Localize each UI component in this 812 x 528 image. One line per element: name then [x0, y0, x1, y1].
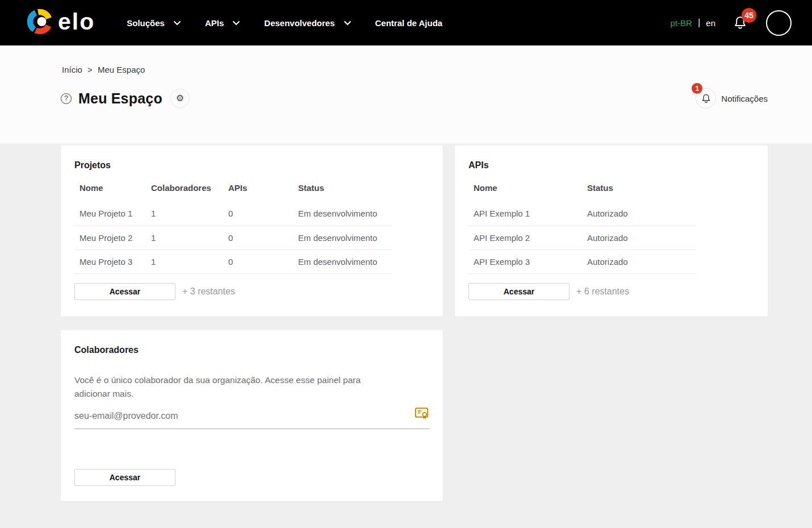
cell-api-name: API Exemplo 1 [468, 202, 582, 226]
cell-status: Em desenvolvimento [293, 226, 392, 250]
certificate-icon [415, 406, 429, 423]
nav-item-label: Central de Ajuda [375, 18, 443, 28]
cell-status: Em desenvolvimento [293, 250, 392, 273]
apis-remaining-count: + 6 restantes [576, 286, 629, 297]
help-glyph: ? [64, 95, 68, 102]
access-collaborators-button[interactable]: Acessar [74, 469, 175, 486]
cell-collaborators-count: 1 [146, 250, 223, 273]
cell-api-name: API Exemplo 3 [468, 250, 582, 273]
collaborators-card: Colaboradores Você é o único colaborador… [61, 330, 443, 501]
access-apis-button[interactable]: Acessar [468, 283, 570, 300]
page-header-band: Início > Meu Espaço ? Meu Espaço ⚙ 1 [0, 45, 812, 143]
cell-project-name: Meu Projeto 1 [74, 202, 146, 226]
projects-table-header-row: Nome Colaboradores APIs Status [74, 183, 392, 202]
notifications-button[interactable]: 1 Notificações [696, 88, 768, 109]
language-divider: | [698, 17, 700, 28]
cell-api-name: API Exemplo 2 [468, 226, 582, 250]
column-header-status: Status [582, 183, 696, 202]
table-row: Meu Projeto 1 1 0 Em desenvolvimento [74, 202, 392, 226]
projects-table: Nome Colaboradores APIs Status Meu Proje… [74, 183, 392, 274]
collaborators-card-footer: Acessar [74, 469, 429, 486]
notifications-bell-circle: 1 [696, 88, 716, 109]
chevron-down-icon [173, 20, 181, 26]
table-row: API Exemplo 3 Autorizado [468, 250, 696, 273]
cell-project-name: Meu Projeto 2 [74, 226, 146, 250]
apis-card-footer: Acessar + 6 restantes [468, 283, 754, 300]
bell-icon [701, 93, 711, 105]
apis-card: APIs Nome Status API Exemplo 1 Autorizad… [455, 145, 768, 317]
access-projects-button[interactable]: Acessar [74, 283, 175, 300]
cell-collaborators-count: 1 [146, 226, 223, 250]
language-pt-br[interactable]: pt-BR [671, 18, 692, 28]
cell-status: Autorizado [582, 226, 696, 250]
nav-item-apis[interactable]: APIs [205, 18, 240, 28]
navbar-notifications-button[interactable]: 45 [733, 14, 748, 31]
navbar-notification-count-badge: 45 [742, 8, 756, 23]
elo-logo[interactable]: elo [23, 6, 95, 40]
top-navbar: elo Soluções APIs Desenvolvedores Centra… [0, 0, 812, 45]
nav-item-label: Desenvolvedores [264, 18, 334, 28]
chevron-down-icon [344, 20, 351, 26]
navbar-right-group: pt-BR | en 45 [671, 10, 792, 36]
collaborators-description: Você é o único colaborador da sua organi… [74, 373, 394, 401]
column-header-status: Status [293, 183, 392, 202]
cell-collaborators-count: 1 [146, 202, 223, 226]
nav-item-central-de-ajuda[interactable]: Central de Ajuda [375, 18, 443, 28]
help-icon[interactable]: ? [61, 93, 72, 104]
table-row: API Exemplo 1 Autorizado [468, 202, 696, 226]
breadcrumb-inicio[interactable]: Início [62, 65, 82, 74]
cell-apis-count: 0 [223, 250, 293, 273]
settings-gear-button[interactable]: ⚙ [170, 89, 190, 108]
page-body: Projetos Nome Colaboradores APIs Status … [0, 143, 812, 501]
projects-card: Projetos Nome Colaboradores APIs Status … [61, 145, 443, 317]
nav-item-label: Soluções [127, 18, 165, 28]
projects-remaining-count: + 3 restantes [182, 286, 235, 297]
chevron-down-icon [232, 20, 240, 26]
table-row: Meu Projeto 3 1 0 Em desenvolvimento [74, 250, 392, 273]
main-nav: Soluções APIs Desenvolvedores Central de… [127, 18, 442, 28]
notifications-label: Notificações [721, 94, 768, 103]
cell-status: Autorizado [582, 202, 696, 226]
table-row: Meu Projeto 2 1 0 Em desenvolvimento [74, 226, 392, 250]
projects-card-footer: Acessar + 3 restantes [74, 283, 429, 300]
email-input[interactable] [74, 408, 404, 421]
title-row: ? Meu Espaço ⚙ 1 Notificações [61, 88, 768, 109]
apis-card-title: APIs [468, 160, 754, 171]
nav-item-solucoes[interactable]: Soluções [127, 18, 181, 28]
projects-card-title: Projetos [74, 160, 429, 171]
cell-apis-count: 0 [223, 226, 293, 250]
column-header-nome: Nome [74, 183, 146, 202]
page-title: Meu Espaço [78, 90, 162, 107]
language-en[interactable]: en [706, 18, 715, 28]
nav-item-desenvolvedores[interactable]: Desenvolvedores [264, 18, 351, 28]
apis-table-header-row: Nome Status [468, 183, 696, 202]
cell-status: Autorizado [582, 250, 696, 273]
column-header-nome: Nome [468, 183, 582, 202]
cell-apis-count: 0 [223, 202, 293, 226]
apis-table: Nome Status API Exemplo 1 Autorizado API… [468, 183, 696, 274]
email-field-row [74, 408, 430, 429]
avatar[interactable] [766, 10, 792, 36]
column-header-colaboradores: Colaboradores [146, 183, 223, 202]
nav-item-label: APIs [205, 18, 224, 28]
elo-logo-icon [23, 6, 56, 40]
column-header-apis: APIs [223, 183, 293, 202]
elo-logo-wordmark: elo [58, 10, 95, 36]
gear-icon: ⚙ [176, 94, 184, 103]
breadcrumb: Início > Meu Espaço [61, 65, 768, 74]
cell-project-name: Meu Projeto 3 [74, 250, 146, 273]
breadcrumb-separator: > [87, 65, 93, 74]
cell-status: Em desenvolvimento [293, 202, 392, 226]
collaborators-card-title: Colaboradores [74, 345, 429, 355]
table-row: API Exemplo 2 Autorizado [468, 226, 696, 250]
breadcrumb-current: Meu Espaço [98, 65, 145, 74]
